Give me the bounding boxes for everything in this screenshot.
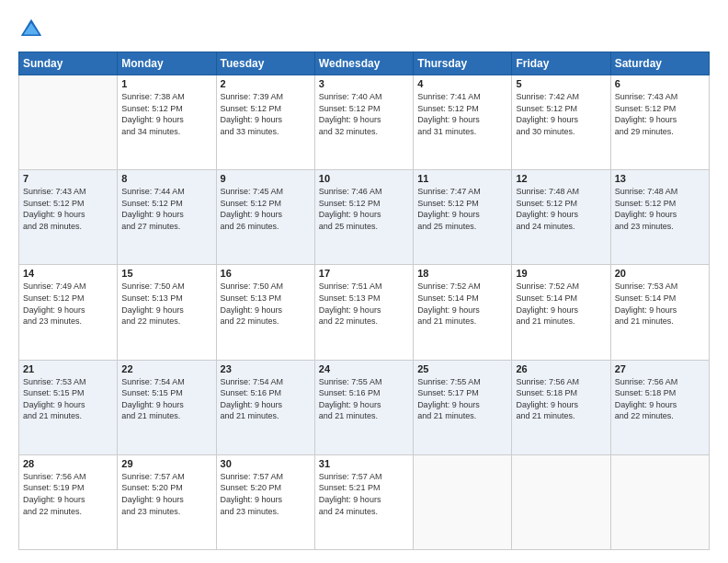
day-info: Sunrise: 7:48 AM Sunset: 5:12 PM Dayligh… [615,186,705,232]
calendar-cell: 21Sunrise: 7:53 AM Sunset: 5:15 PM Dayli… [19,360,118,454]
calendar-week-row: 1Sunrise: 7:38 AM Sunset: 5:12 PM Daylig… [19,75,710,170]
day-number: 4 [417,78,507,89]
calendar-cell: 1Sunrise: 7:38 AM Sunset: 5:12 PM Daylig… [118,75,216,170]
calendar-cell: 10Sunrise: 7:46 AM Sunset: 5:12 PM Dayli… [314,170,413,265]
day-number: 8 [121,173,211,184]
calendar-cell [610,454,709,549]
day-number: 24 [319,363,409,374]
calendar-cell: 9Sunrise: 7:45 AM Sunset: 5:12 PM Daylig… [216,170,314,265]
calendar-week-row: 7Sunrise: 7:43 AM Sunset: 5:12 PM Daylig… [19,170,710,265]
day-number: 21 [23,363,113,374]
calendar-cell: 15Sunrise: 7:50 AM Sunset: 5:13 PM Dayli… [118,265,216,360]
calendar-week-row: 14Sunrise: 7:49 AM Sunset: 5:12 PM Dayli… [19,265,710,360]
day-info: Sunrise: 7:56 AM Sunset: 5:19 PM Dayligh… [23,471,113,517]
day-info: Sunrise: 7:40 AM Sunset: 5:12 PM Dayligh… [319,91,409,137]
day-number: 14 [23,268,113,279]
day-number: 5 [516,78,606,89]
page: SundayMondayTuesdayWednesdayThursdayFrid… [0,0,728,563]
day-number: 3 [319,78,409,89]
calendar-cell: 23Sunrise: 7:54 AM Sunset: 5:16 PM Dayli… [216,360,314,454]
calendar-cell: 4Sunrise: 7:41 AM Sunset: 5:12 PM Daylig… [414,75,512,170]
day-of-week-header: Monday [118,52,216,75]
day-info: Sunrise: 7:56 AM Sunset: 5:18 PM Dayligh… [516,376,606,422]
calendar-cell: 18Sunrise: 7:52 AM Sunset: 5:14 PM Dayli… [414,265,512,360]
day-info: Sunrise: 7:57 AM Sunset: 5:21 PM Dayligh… [319,471,409,517]
day-of-week-header: Thursday [414,52,512,75]
day-info: Sunrise: 7:42 AM Sunset: 5:12 PM Dayligh… [516,91,606,137]
day-number: 28 [23,458,113,469]
day-number: 29 [121,458,211,469]
day-of-week-header: Wednesday [314,52,413,75]
calendar-cell: 22Sunrise: 7:54 AM Sunset: 5:15 PM Dayli… [118,360,216,454]
calendar-week-row: 21Sunrise: 7:53 AM Sunset: 5:15 PM Dayli… [19,360,710,454]
calendar-cell: 19Sunrise: 7:52 AM Sunset: 5:14 PM Dayli… [512,265,610,360]
day-info: Sunrise: 7:55 AM Sunset: 5:16 PM Dayligh… [319,376,409,422]
calendar-cell: 30Sunrise: 7:57 AM Sunset: 5:20 PM Dayli… [216,454,314,549]
day-number: 10 [319,173,409,184]
day-info: Sunrise: 7:57 AM Sunset: 5:20 PM Dayligh… [121,471,211,517]
day-info: Sunrise: 7:38 AM Sunset: 5:12 PM Dayligh… [121,91,211,137]
day-info: Sunrise: 7:52 AM Sunset: 5:14 PM Dayligh… [516,281,606,327]
calendar-cell: 20Sunrise: 7:53 AM Sunset: 5:14 PM Dayli… [610,265,709,360]
day-info: Sunrise: 7:41 AM Sunset: 5:12 PM Dayligh… [417,91,507,137]
calendar-cell: 28Sunrise: 7:56 AM Sunset: 5:19 PM Dayli… [19,454,118,549]
day-number: 15 [121,268,211,279]
calendar-cell [414,454,512,549]
day-number: 26 [516,363,606,374]
header [18,17,710,42]
day-number: 27 [615,363,705,374]
day-number: 25 [417,363,507,374]
day-number: 2 [221,78,311,89]
day-info: Sunrise: 7:54 AM Sunset: 5:16 PM Dayligh… [221,376,311,422]
day-number: 19 [516,268,606,279]
day-info: Sunrise: 7:39 AM Sunset: 5:12 PM Dayligh… [221,91,311,137]
day-number: 13 [615,173,705,184]
day-of-week-header: Sunday [19,52,118,75]
day-info: Sunrise: 7:43 AM Sunset: 5:12 PM Dayligh… [615,91,705,137]
calendar-cell: 11Sunrise: 7:47 AM Sunset: 5:12 PM Dayli… [414,170,512,265]
calendar-cell: 16Sunrise: 7:50 AM Sunset: 5:13 PM Dayli… [216,265,314,360]
calendar-cell: 12Sunrise: 7:48 AM Sunset: 5:12 PM Dayli… [512,170,610,265]
day-info: Sunrise: 7:47 AM Sunset: 5:12 PM Dayligh… [417,186,507,232]
calendar-header-row: SundayMondayTuesdayWednesdayThursdayFrid… [19,52,710,75]
calendar-cell: 8Sunrise: 7:44 AM Sunset: 5:12 PM Daylig… [118,170,216,265]
calendar-cell: 27Sunrise: 7:56 AM Sunset: 5:18 PM Dayli… [610,360,709,454]
calendar-cell: 26Sunrise: 7:56 AM Sunset: 5:18 PM Dayli… [512,360,610,454]
calendar-cell: 5Sunrise: 7:42 AM Sunset: 5:12 PM Daylig… [512,75,610,170]
day-of-week-header: Saturday [610,52,709,75]
day-number: 18 [417,268,507,279]
calendar-cell: 7Sunrise: 7:43 AM Sunset: 5:12 PM Daylig… [19,170,118,265]
calendar-cell: 17Sunrise: 7:51 AM Sunset: 5:13 PM Dayli… [314,265,413,360]
calendar-cell: 24Sunrise: 7:55 AM Sunset: 5:16 PM Dayli… [314,360,413,454]
day-info: Sunrise: 7:51 AM Sunset: 5:13 PM Dayligh… [319,281,409,327]
day-info: Sunrise: 7:44 AM Sunset: 5:12 PM Dayligh… [121,186,211,232]
calendar-cell: 2Sunrise: 7:39 AM Sunset: 5:12 PM Daylig… [216,75,314,170]
calendar-cell: 31Sunrise: 7:57 AM Sunset: 5:21 PM Dayli… [314,454,413,549]
calendar-cell: 13Sunrise: 7:48 AM Sunset: 5:12 PM Dayli… [610,170,709,265]
logo-icon [18,17,44,42]
day-number: 23 [221,363,311,374]
day-info: Sunrise: 7:43 AM Sunset: 5:12 PM Dayligh… [23,186,113,232]
day-number: 20 [615,268,705,279]
day-number: 7 [23,173,113,184]
day-info: Sunrise: 7:45 AM Sunset: 5:12 PM Dayligh… [221,186,311,232]
logo [18,17,48,42]
day-info: Sunrise: 7:55 AM Sunset: 5:17 PM Dayligh… [417,376,507,422]
day-number: 9 [221,173,311,184]
day-number: 6 [615,78,705,89]
day-info: Sunrise: 7:49 AM Sunset: 5:12 PM Dayligh… [23,281,113,327]
day-info: Sunrise: 7:53 AM Sunset: 5:15 PM Dayligh… [23,376,113,422]
calendar-cell: 6Sunrise: 7:43 AM Sunset: 5:12 PM Daylig… [610,75,709,170]
day-number: 30 [221,458,311,469]
day-of-week-header: Tuesday [216,52,314,75]
calendar-week-row: 28Sunrise: 7:56 AM Sunset: 5:19 PM Dayli… [19,454,710,549]
day-of-week-header: Friday [512,52,610,75]
day-info: Sunrise: 7:54 AM Sunset: 5:15 PM Dayligh… [121,376,211,422]
day-number: 22 [121,363,211,374]
day-info: Sunrise: 7:57 AM Sunset: 5:20 PM Dayligh… [221,471,311,517]
calendar-cell [19,75,118,170]
day-number: 12 [516,173,606,184]
calendar-cell: 29Sunrise: 7:57 AM Sunset: 5:20 PM Dayli… [118,454,216,549]
day-number: 1 [121,78,211,89]
day-number: 16 [221,268,311,279]
